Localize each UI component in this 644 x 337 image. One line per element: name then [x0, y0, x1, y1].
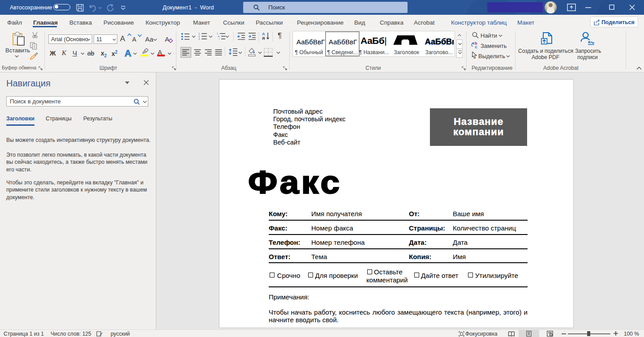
svg-text:3: 3	[198, 38, 200, 40]
svg-text:Я: Я	[262, 36, 265, 40]
svg-text:c: c	[475, 44, 477, 49]
svg-text:А: А	[262, 32, 265, 36]
svg-text:i: i	[219, 38, 219, 40]
